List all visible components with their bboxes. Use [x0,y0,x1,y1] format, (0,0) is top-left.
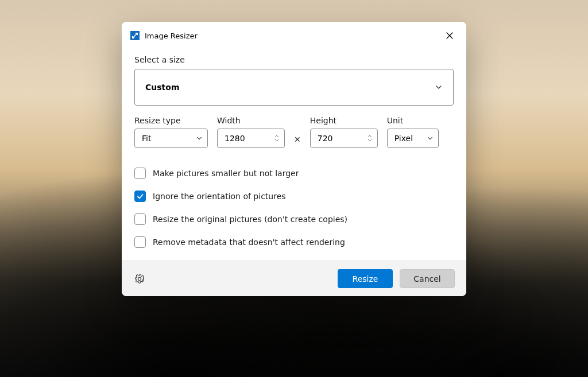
size-preset-dropdown[interactable]: Custom [134,69,454,106]
option-label: Ignore the orientation of pictures [153,192,286,201]
option-label: Resize the original pictures (don't crea… [153,215,347,224]
width-input[interactable]: 1280 [217,129,285,148]
option-resize-originals[interactable]: Resize the original pictures (don't crea… [134,213,454,225]
titlebar: Image Resizer [122,22,466,46]
height-input[interactable]: 720 [310,129,378,148]
gear-icon [134,274,145,284]
chevron-down-icon [196,135,203,142]
height-value: 720 [318,134,333,143]
window-title: Image Resizer [145,32,434,40]
resize-type-value: Fit [142,134,151,143]
settings-button[interactable] [133,273,146,285]
resize-type-dropdown[interactable]: Fit [134,129,208,148]
app-icon [130,30,140,41]
unit-label: Unit [387,116,439,125]
unit-dropdown[interactable]: Pixel [387,129,439,148]
button-label: Resize [353,274,378,283]
size-preset-value: Custom [145,83,179,92]
width-value: 1280 [225,134,245,143]
option-remove-metadata[interactable]: Remove metadata that doesn't affect rend… [134,236,454,248]
checkbox [134,236,146,248]
cancel-button[interactable]: Cancel [400,269,455,288]
checkbox [134,213,146,225]
option-smaller-not-larger[interactable]: Make pictures smaller but not larger [134,168,454,179]
chevron-down-icon [435,83,443,91]
close-icon [446,32,453,39]
unit-value: Pixel [394,134,413,143]
option-label: Make pictures smaller but not larger [153,169,299,178]
resize-type-label: Resize type [134,116,208,125]
dimension-separator: ✕ [294,135,301,148]
chevron-down-icon [427,135,434,142]
spinner-icon [367,134,373,142]
checkbox [134,168,146,179]
height-label: Height [310,116,378,125]
spinner-icon [274,134,280,142]
option-ignore-orientation[interactable]: Ignore the orientation of pictures [134,191,454,202]
close-button[interactable] [439,28,461,44]
option-label: Remove metadata that doesn't affect rend… [153,238,345,247]
dialog-footer: Resize Cancel [122,261,466,296]
width-label: Width [217,116,285,125]
checkbox-checked [134,191,146,202]
select-size-label: Select a size [134,55,454,64]
image-resizer-dialog: Image Resizer Select a size Custom Resiz… [122,22,466,296]
check-icon [136,192,144,200]
dialog-content: Select a size Custom Resize type Fit [122,46,466,261]
button-label: Cancel [413,274,440,283]
resize-button[interactable]: Resize [338,269,393,288]
